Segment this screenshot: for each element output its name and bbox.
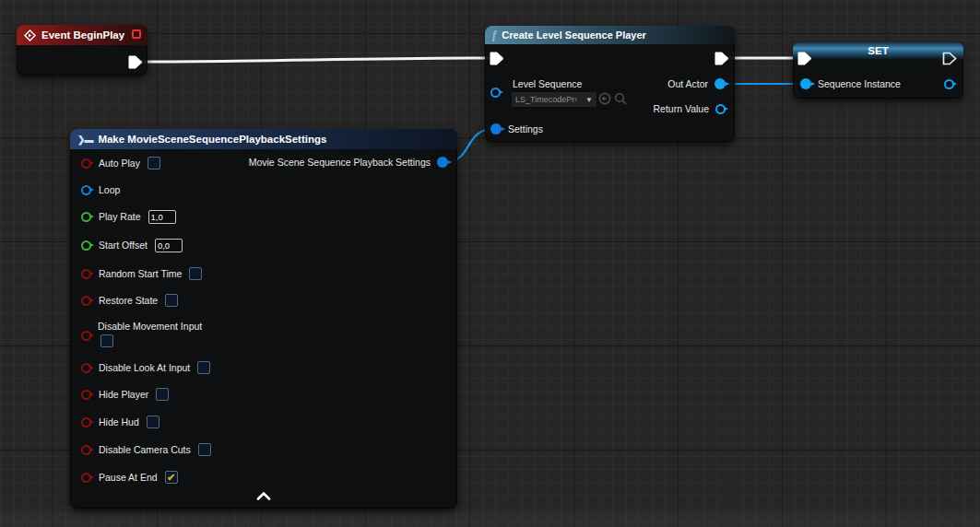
random-start-time-checkbox[interactable] (189, 267, 202, 280)
exec-out-pin[interactable] (942, 52, 957, 65)
node-header[interactable]: ❯▬ Make MovieSceneSequencePlaybackSettin… (70, 129, 457, 149)
exec-wire-beginplay-to-create (138, 58, 494, 62)
bool-pin[interactable] (81, 158, 91, 169)
exec-out-pin[interactable] (714, 52, 729, 65)
exec-in-pin[interactable] (490, 52, 504, 65)
sequence-instance-in-pin[interactable] (800, 78, 811, 89)
node-set-sequence-instance[interactable]: SET Sequence Instance (793, 41, 963, 99)
play-rate-input[interactable] (148, 210, 176, 224)
hide-player-checkbox[interactable] (156, 388, 169, 401)
row-hide-player: Hide Player (81, 385, 169, 404)
node-header[interactable]: f Create Level Sequence Player (485, 26, 735, 44)
return-value-row: Return Value (653, 100, 726, 118)
out-actor-row: Out Actor (667, 75, 726, 93)
bool-pin[interactable] (81, 269, 91, 279)
row-disable-camera-cuts: Disable Camera Cuts (81, 440, 211, 459)
row-play-rate: Play Rate (81, 207, 176, 226)
pin-label: Hide Player (99, 389, 148, 400)
level-sequence-dropdown[interactable]: LS_TimecodePr‹ ▼ (511, 91, 597, 108)
make-struct-icon: ❯▬ (77, 135, 92, 145)
chevron-down-icon: ▼ (585, 96, 593, 104)
disable-look-at-input-checkbox[interactable] (197, 361, 210, 374)
pin-label: Random Start Time (99, 268, 182, 279)
bool-pin[interactable] (81, 473, 91, 483)
struct-output-label: Movie Scene Sequence Playback Settings (249, 157, 431, 168)
disable-movement-input-checkbox[interactable] (100, 334, 113, 347)
pin-label: Disable Look At Input (99, 362, 190, 373)
exec-out-pin[interactable] (128, 55, 143, 69)
bool-pin[interactable] (81, 363, 91, 373)
row-restore-state: Restore State (81, 291, 178, 310)
row-loop: Loop (81, 181, 120, 199)
out-actor-pin[interactable] (714, 78, 726, 89)
hide-hud-checkbox[interactable] (147, 416, 159, 428)
pin-label: Disable Camera Cuts (99, 444, 191, 455)
graph-bottom-strip (0, 511, 980, 527)
settings-label: Settings (508, 123, 543, 135)
function-icon: f (492, 28, 496, 42)
sequence-instance-out-pin[interactable] (944, 79, 954, 89)
sequence-instance-label: Sequence Instance (818, 78, 901, 89)
return-value-label: Return Value (653, 103, 709, 114)
node-header[interactable]: Event BeginPlay (17, 25, 148, 45)
row-random-start-time: Random Start Time (81, 264, 202, 283)
pin-label: Hide Hud (99, 416, 139, 427)
out-actor-label: Out Actor (667, 78, 708, 89)
loop-pin[interactable] (81, 185, 91, 195)
struct-output-row: Movie Scene Sequence Playback Settings (249, 153, 448, 171)
struct-output-pin[interactable] (437, 157, 448, 168)
pin-label: Loop (99, 184, 120, 195)
pin-label: Start Offset (99, 240, 148, 251)
pin-label: Play Rate (99, 211, 141, 222)
node-make-playback-settings[interactable]: ❯▬ Make MovieSceneSequencePlaybackSettin… (70, 129, 457, 509)
settings-pin[interactable] (490, 123, 502, 135)
node-event-beginplay[interactable]: Event BeginPlay (17, 25, 148, 76)
start-offset-input[interactable] (155, 239, 183, 252)
bool-pin[interactable] (81, 417, 91, 427)
row-hide-hud: Hide Hud (81, 413, 159, 431)
bool-pin[interactable] (81, 445, 91, 455)
row-disable-look-at-input: Disable Look At Input (81, 358, 210, 377)
pin-label: Auto Play (99, 158, 140, 169)
pin-label: Restore State (99, 295, 158, 306)
level-sequence-pin[interactable] (490, 88, 501, 98)
row-auto-play: Auto Play (81, 154, 160, 172)
collapse-chevron-icon[interactable] (256, 492, 271, 500)
level-sequence-label: Level Sequence (513, 78, 582, 89)
bool-pin[interactable] (81, 296, 91, 306)
delegate-pin[interactable] (132, 29, 141, 39)
event-icon (24, 29, 36, 41)
node-title: SET (868, 45, 888, 56)
dropdown-value: LS_TimecodePr‹ (515, 95, 577, 104)
pin-label: Disable Movement Input (98, 321, 202, 332)
pause-at-end-checkbox[interactable]: ✔ (165, 471, 178, 484)
bool-pin[interactable] (81, 331, 91, 341)
use-selected-icon[interactable] (598, 92, 611, 105)
return-value-pin[interactable] (715, 104, 726, 114)
auto-play-checkbox[interactable] (148, 157, 160, 170)
node-header[interactable]: SET (793, 41, 963, 60)
restore-state-checkbox[interactable] (165, 294, 178, 307)
browse-magnifier-icon[interactable] (614, 92, 627, 105)
settings-pin-row: Settings (490, 120, 543, 138)
node-title: Make MovieSceneSequencePlaybackSettings (98, 134, 326, 145)
node-title: Event BeginPlay (41, 29, 124, 41)
node-title: Create Level Sequence Player (502, 29, 646, 41)
row-pause-at-end: Pause At End ✔ (81, 468, 178, 486)
blueprint-graph-canvas[interactable]: Event BeginPlay f Create Level Sequence … (0, 0, 980, 527)
sequence-instance-row: Sequence Instance (800, 75, 901, 93)
float-pin[interactable] (81, 212, 91, 222)
node-create-level-sequence-player[interactable]: f Create Level Sequence Player Level Seq… (485, 26, 735, 142)
exec-in-pin[interactable] (797, 52, 812, 65)
pin-label: Pause At End (99, 472, 158, 483)
disable-camera-cuts-checkbox[interactable] (198, 443, 211, 456)
row-start-offset: Start Offset (81, 236, 183, 254)
float-pin[interactable] (81, 240, 91, 251)
bool-pin[interactable] (81, 390, 91, 400)
